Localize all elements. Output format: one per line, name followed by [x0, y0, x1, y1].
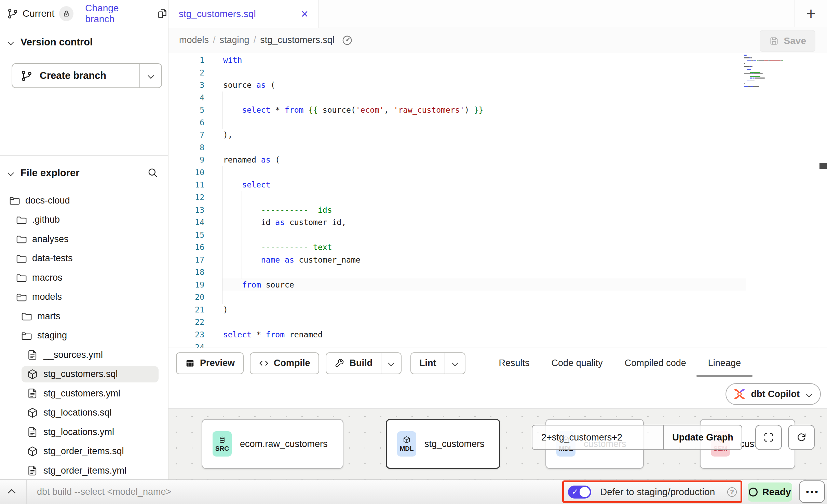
- lint-button[interactable]: Lint: [410, 352, 465, 374]
- code-line-19[interactable]: 19 from source: [168, 279, 827, 291]
- ready-label: Ready: [762, 487, 791, 498]
- minimap-line: [750, 76, 761, 77]
- copy-branch-icon[interactable]: [157, 8, 168, 19]
- close-icon[interactable]: ×: [301, 8, 308, 20]
- code-line-15[interactable]: 15: [168, 229, 827, 241]
- code-line-3[interactable]: 3source as (: [168, 79, 827, 92]
- code-line-14[interactable]: 14 id as customer_id,: [168, 216, 827, 229]
- save-button[interactable]: Save: [760, 30, 815, 52]
- help-icon[interactable]: ?: [727, 487, 737, 497]
- code-line-4[interactable]: 4: [168, 92, 827, 104]
- badge-label: MDL: [399, 445, 414, 452]
- dbt-copilot-button[interactable]: dbt Copilot: [726, 383, 821, 405]
- tree-item-stg-order-items-sql[interactable]: stg_order_items.sql: [0, 442, 167, 461]
- fullscreen-button[interactable]: [755, 425, 782, 450]
- new-tab-button[interactable]: +: [802, 4, 820, 23]
- line-number: 12: [168, 191, 204, 204]
- git-branch-icon: [7, 8, 18, 19]
- tree-item-label: docs-cloud: [25, 195, 70, 206]
- breadcrumb-staging[interactable]: staging: [220, 35, 249, 45]
- defer-toggle[interactable]: ✓: [568, 486, 591, 499]
- dbt-copilot-icon: [733, 388, 746, 401]
- tree-item--sources-yml[interactable]: __sources.yml: [0, 345, 167, 365]
- create-branch-button[interactable]: Create branch: [12, 63, 162, 88]
- update-graph-button[interactable]: Update Graph: [663, 425, 742, 449]
- build-button[interactable]: Build: [326, 352, 402, 374]
- lineage-node-raw-customers[interactable]: SRC ecom.raw_customers: [202, 419, 343, 469]
- tab-stg-customers[interactable]: stg_customers.sql ×: [168, 0, 319, 28]
- tree-item-label: models: [32, 292, 62, 302]
- minimap-line: [744, 57, 749, 58]
- command-placeholder[interactable]: dbt build --select <model_name>: [37, 480, 171, 504]
- line-content: select * from {{ source('ecom', 'raw_cus…: [223, 104, 484, 116]
- tab-results[interactable]: Results: [499, 348, 530, 378]
- create-branch-main[interactable]: Create branch: [12, 64, 139, 87]
- line-number: 19: [168, 279, 204, 291]
- tree-item-stg-customers-yml[interactable]: stg_customers.yml: [0, 384, 167, 403]
- tree-item-models[interactable]: models: [0, 288, 167, 307]
- code-line-5[interactable]: 5 select * from {{ source('ecom', 'raw_c…: [168, 104, 827, 116]
- preview-button[interactable]: Preview: [176, 352, 244, 374]
- code-editor[interactable]: 1with23source as (45 select * from {{ so…: [168, 53, 827, 348]
- lineage-node-stg-customers[interactable]: MDL stg_customers: [386, 419, 500, 469]
- tab-code-quality[interactable]: Code quality: [552, 348, 603, 378]
- code-line-12[interactable]: 12: [168, 191, 827, 204]
- tree-item-marts[interactable]: marts: [0, 307, 167, 326]
- code-line-20[interactable]: 20: [168, 291, 827, 304]
- line-number: 11: [168, 179, 204, 191]
- build-dropdown[interactable]: [381, 353, 401, 374]
- code-line-1[interactable]: 1with: [168, 54, 827, 67]
- tree-item-data-tests[interactable]: data-tests: [0, 249, 167, 268]
- minimap-line: [747, 69, 751, 70]
- overflow-menu-button[interactable]: •••: [799, 480, 825, 503]
- tree-item-stg-order-items-yml[interactable]: stg_order_items.yml: [0, 461, 167, 480]
- code-line-18[interactable]: 18: [168, 266, 827, 279]
- code-line-7[interactable]: 7),: [168, 129, 827, 141]
- create-branch-dropdown[interactable]: [139, 64, 161, 87]
- tree-item-staging[interactable]: staging: [0, 326, 167, 346]
- code-line-2[interactable]: 2: [168, 67, 827, 79]
- tree-item-docs-cloud[interactable]: docs-cloud: [0, 191, 167, 210]
- tab-lineage[interactable]: Lineage: [708, 348, 741, 378]
- gauge-icon[interactable]: [341, 34, 353, 46]
- line-number: 23: [168, 328, 204, 341]
- code-line-22[interactable]: 22: [168, 316, 827, 328]
- code-line-10[interactable]: 10: [168, 166, 827, 179]
- code-line-21[interactable]: 21): [168, 304, 827, 316]
- tree-item-label: stg_locations.yml: [43, 427, 114, 437]
- line-number: 6: [168, 116, 204, 129]
- defer-label: Defer to staging/production: [600, 480, 715, 504]
- code-line-6[interactable]: 6: [168, 116, 827, 129]
- lineage-panel[interactable]: SRC ecom.raw_customers MDL stg_customers…: [168, 408, 827, 479]
- tree-item-stg-locations-sql[interactable]: stg_locations.sql: [0, 403, 167, 423]
- tree-item-stg-locations-yml[interactable]: stg_locations.yml: [0, 422, 167, 442]
- code-line-9[interactable]: 9renamed as (: [168, 154, 827, 166]
- change-branch-link[interactable]: Change branch: [85, 3, 148, 25]
- code-line-13[interactable]: 13 ---------- ids: [168, 204, 827, 216]
- tree-item-macros[interactable]: macros: [0, 268, 167, 288]
- minimap-line: [747, 60, 751, 61]
- code-line-23[interactable]: 23select * from renamed: [168, 328, 827, 341]
- tab-compiled-code[interactable]: Compiled code: [625, 348, 686, 378]
- version-control-header[interactable]: Version control: [9, 34, 93, 50]
- line-content: id as customer_id,: [223, 216, 346, 229]
- refresh-button[interactable]: [788, 425, 815, 450]
- lineage-selector-input[interactable]: 2+stg_customers+2: [532, 425, 663, 449]
- chevron-up-icon[interactable]: [8, 489, 16, 497]
- tree-item-stg-customers-sql[interactable]: stg_customers.sql: [0, 365, 167, 384]
- lint-dropdown[interactable]: [445, 353, 465, 374]
- code-line-8[interactable]: 8: [168, 141, 827, 154]
- compile-button[interactable]: Compile: [250, 352, 319, 374]
- code-line-24[interactable]: 24: [168, 341, 827, 348]
- tree-item-analyses[interactable]: analyses: [0, 229, 167, 249]
- minimap-line: [744, 66, 750, 67]
- file-explorer-header[interactable]: File explorer: [9, 165, 159, 181]
- code-line-16[interactable]: 16 ---------- text: [168, 241, 827, 254]
- code-line-17[interactable]: 17 name as customer_name: [168, 254, 827, 266]
- tree-item--github[interactable]: .github: [0, 210, 167, 230]
- minimap[interactable]: [744, 55, 790, 93]
- status-bar: dbt build --select <model_name> ✓ Defer …: [0, 479, 827, 504]
- breadcrumb-models[interactable]: models: [179, 35, 209, 45]
- search-icon[interactable]: [147, 167, 159, 179]
- code-line-11[interactable]: 11 select: [168, 179, 827, 191]
